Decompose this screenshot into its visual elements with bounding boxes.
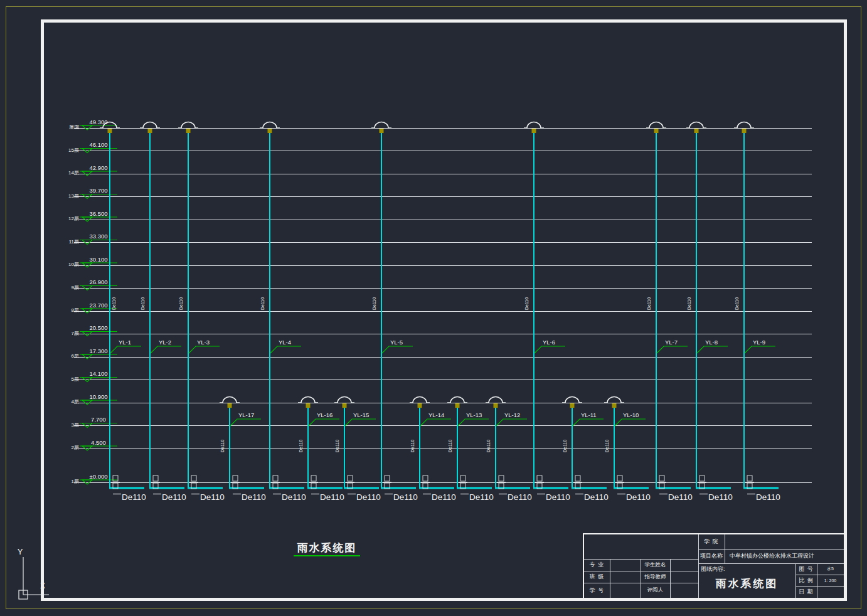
reviewer-label: 评阅人 xyxy=(641,583,670,598)
scale-value: 1: 200 xyxy=(817,575,844,586)
title-block-drawing-title: 雨水系统图 xyxy=(698,571,795,596)
leader-line xyxy=(345,419,376,426)
elevation-value: 42.900 xyxy=(89,164,107,171)
pipe-size-label: De110 xyxy=(605,440,609,452)
roof-drain-outlet-icon xyxy=(455,403,460,408)
riser-label: YL-13 xyxy=(466,412,482,418)
bottom-size-label: De110 xyxy=(282,492,306,502)
riser-label: YL-10 xyxy=(623,412,639,418)
pipe-size-label: De110 xyxy=(563,440,567,452)
roof-drain-icon xyxy=(486,397,506,403)
riser-label: YL-7 xyxy=(665,339,678,346)
floor-label: 9层 xyxy=(72,285,79,290)
roof-drain-icon xyxy=(734,122,754,129)
roof-drain-outlet-icon xyxy=(570,403,575,408)
roof-drain-outlet-icon xyxy=(654,129,659,133)
advisor-label: 指导教师 xyxy=(641,571,670,583)
riser-label: YL-5 xyxy=(390,339,403,346)
roof-drain-icon xyxy=(260,122,280,129)
pipe-size-label: De110 xyxy=(299,440,303,452)
elevation-value: 39.700 xyxy=(89,187,107,194)
cleanout-icon xyxy=(113,475,118,481)
leader-line xyxy=(189,346,220,353)
student-id-label: 学 号 xyxy=(584,583,610,598)
riser-label: YL-4 xyxy=(279,339,291,346)
pipe-size-label: De110 xyxy=(112,297,116,310)
elevation-value: 7.700 xyxy=(91,416,106,423)
bottom-size-label: De110 xyxy=(708,492,733,502)
fig-no-value: 水5 xyxy=(817,563,844,575)
cleanout-icon xyxy=(537,475,542,481)
cleanout-icon xyxy=(575,475,580,481)
bottom-size-label: De110 xyxy=(122,492,146,502)
floor-label: 屋面 xyxy=(69,124,80,130)
roof-drain-outlet-icon xyxy=(306,403,311,408)
bottom-size-label: De110 xyxy=(356,492,381,502)
tb-divider xyxy=(610,559,610,598)
elevation-value: 23.700 xyxy=(89,302,107,309)
leader-line xyxy=(573,419,604,426)
cleanout-icon xyxy=(423,475,428,481)
riser-label: YL-1 xyxy=(119,339,131,346)
floor-label: 1层 xyxy=(72,479,79,484)
bottom-size-label: De110 xyxy=(508,492,532,502)
leader-line xyxy=(745,346,775,353)
riser-label: YL-11 xyxy=(581,412,597,418)
pipe-size-label: De110 xyxy=(179,297,183,310)
fig-no-label: 图 号 xyxy=(795,563,817,575)
pipe-size-label: De110 xyxy=(735,297,739,310)
roof-drain-icon xyxy=(140,122,160,129)
floor-label: 10层 xyxy=(68,262,79,267)
roof-drain-outlet-icon xyxy=(694,129,699,133)
cleanout-icon xyxy=(460,475,465,481)
project-name: 中牟村镇办公楼给水排水工程设计 xyxy=(730,549,843,563)
bottom-size-label: De110 xyxy=(162,492,186,502)
riser-label: YL-17 xyxy=(238,412,254,418)
elevation-value: ±0.000 xyxy=(90,473,108,480)
leader-line xyxy=(697,346,728,353)
pipe-size-label: De110 xyxy=(687,297,691,310)
major-label: 专 业 xyxy=(584,559,610,571)
pipe-size-label: De110 xyxy=(220,440,225,452)
leader-line xyxy=(110,346,141,353)
pipe-size-label: De110 xyxy=(260,297,265,310)
floor-label: 3层 xyxy=(72,422,79,428)
elevation-value: 33.300 xyxy=(89,233,107,240)
pipe-size-label: De110 xyxy=(524,297,529,310)
cleanout-icon xyxy=(191,475,196,481)
roof-drain-icon xyxy=(562,397,582,403)
elevation-value: 46.100 xyxy=(89,141,107,148)
roof-drain-icon xyxy=(371,122,391,129)
date-value xyxy=(817,586,844,598)
bottom-size-label: De110 xyxy=(756,492,780,502)
cleanout-icon xyxy=(747,475,752,481)
roof-drain-outlet-icon xyxy=(494,403,498,408)
floor-label: 14层 xyxy=(68,170,79,176)
floor-label: 4层 xyxy=(72,399,79,405)
scale-label: 比 例 xyxy=(795,575,817,586)
floor-label: 8层 xyxy=(72,307,79,313)
cleanout-icon xyxy=(273,475,278,481)
riser-label: YL-15 xyxy=(353,412,369,418)
elevation-value: 26.900 xyxy=(89,279,107,285)
bottom-size-label: De110 xyxy=(546,492,570,502)
riser-label: YL-12 xyxy=(504,412,520,418)
leader-line xyxy=(496,419,527,426)
bottom-size-label: De110 xyxy=(200,492,225,502)
cleanout-icon xyxy=(699,475,705,481)
leader-line xyxy=(615,419,646,426)
floor-label: 6层 xyxy=(72,353,79,359)
bottom-size-label: De110 xyxy=(626,492,651,502)
cleanout-icon xyxy=(385,475,390,481)
roof-drain-icon xyxy=(298,397,318,403)
ucs-x-label: X xyxy=(40,581,45,590)
roof-drain-outlet-icon xyxy=(380,129,384,133)
leader-line xyxy=(458,419,489,426)
floor-label: 11层 xyxy=(69,239,79,245)
drawing-title: 雨水系统图 xyxy=(294,541,360,556)
riser-label: YL-16 xyxy=(317,412,332,418)
leader-line xyxy=(382,346,413,353)
floor-label: 12层 xyxy=(68,216,79,221)
riser-label: YL-2 xyxy=(159,339,171,346)
floor-label: 15层 xyxy=(68,147,79,153)
